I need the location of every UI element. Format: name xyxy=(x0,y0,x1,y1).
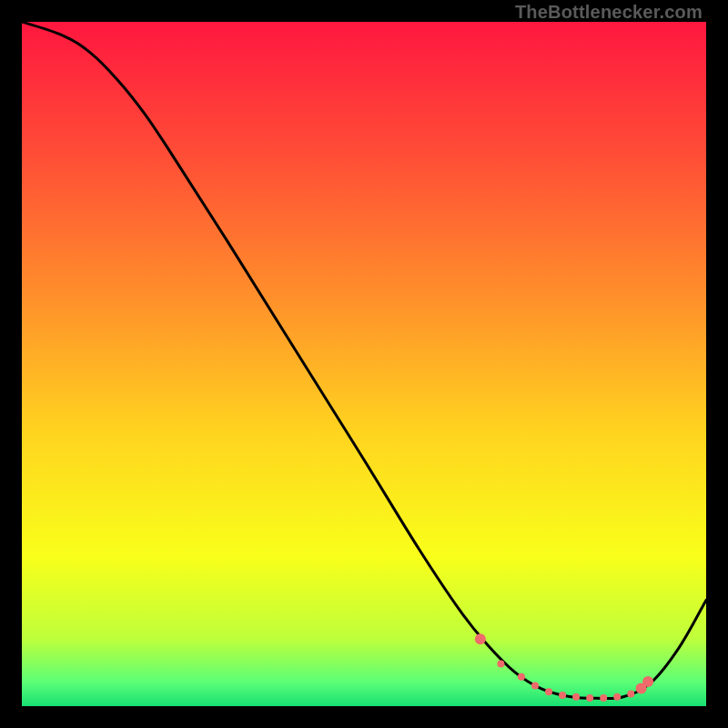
curve-marker xyxy=(572,693,580,701)
curve-marker xyxy=(627,690,634,697)
bottleneck-chart xyxy=(22,22,706,706)
curve-marker xyxy=(497,660,504,667)
curve-marker xyxy=(475,633,486,644)
curve-marker xyxy=(545,688,552,695)
curve-marker xyxy=(613,693,621,701)
curve-marker xyxy=(518,673,525,681)
chart-frame xyxy=(22,22,706,706)
curve-marker xyxy=(600,694,607,702)
watermark-text: TheBottlenecker.com xyxy=(515,2,703,23)
curve-marker xyxy=(531,682,539,689)
curve-marker xyxy=(642,676,653,687)
curve-marker xyxy=(559,692,566,699)
curve-marker xyxy=(586,694,593,702)
chart-background xyxy=(22,22,706,706)
